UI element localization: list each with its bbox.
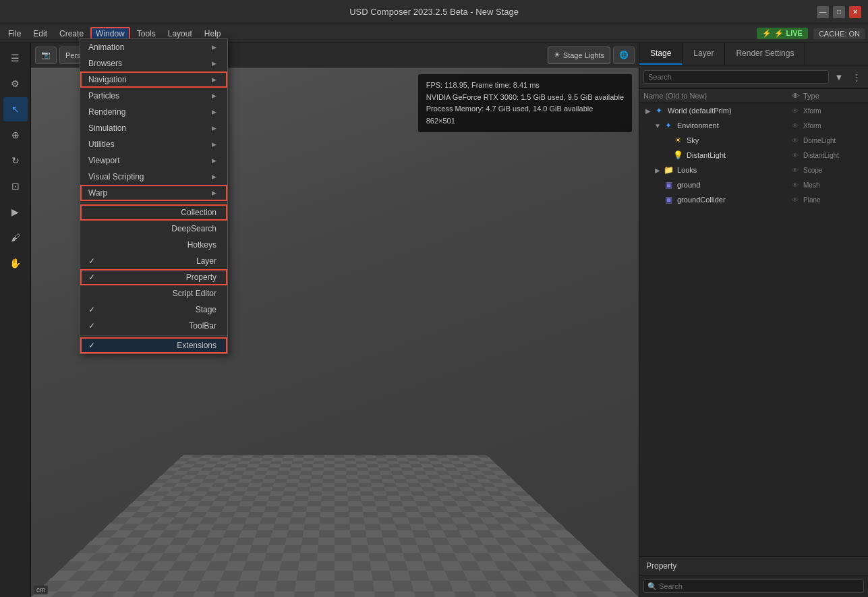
tab-layer[interactable]: Layer	[683, 43, 725, 65]
dd-deepsearch[interactable]: DeepSearch	[80, 221, 227, 237]
cache-badge: CACHE: ON	[813, 28, 865, 39]
menu-file[interactable]: File	[3, 27, 26, 40]
maximize-button[interactable]: □	[833, 6, 845, 18]
tree-item-looks[interactable]: ▶ 📁 Looks 👁 Scope	[639, 163, 868, 177]
gc-name: groundCollider	[677, 196, 787, 204]
sun-icon: ☀	[554, 51, 560, 59]
stage-options-btn[interactable]: ⋮	[849, 69, 864, 84]
fps-line3: Process Memory: 4.7 GiB used, 14.0 GiB a…	[426, 103, 624, 115]
dd-collection[interactable]: Collection	[80, 204, 227, 221]
viewport-globe-btn[interactable]: 🌐	[613, 47, 635, 64]
tab-stage[interactable]: Stage	[639, 43, 683, 65]
toolbar-play[interactable]: ▶	[3, 200, 28, 224]
dd-navigation[interactable]: Navigation	[80, 72, 227, 88]
stage-search-bar: ▼ ⋮	[639, 65, 868, 89]
right-panel: Stage Layer Render Settings ▼ ⋮ Name (Ol…	[639, 43, 868, 597]
tree-item-sky[interactable]: ☀ Sky 👁 DomeLight	[639, 133, 868, 148]
looks-arrow: ▶	[653, 167, 662, 174]
tree-col-name: Name (Old to New)	[643, 92, 787, 100]
property-search-input[interactable]	[643, 579, 864, 593]
toolbar-paint[interactable]: 🖌	[3, 225, 28, 250]
stage-search-input[interactable]	[643, 70, 829, 84]
world-arrow: ▶	[643, 107, 653, 115]
live-icon: ⚡	[762, 29, 772, 38]
dd-warp[interactable]: Warp	[80, 185, 227, 201]
dd-property[interactable]: Property	[80, 269, 227, 285]
close-button[interactable]: ✕	[849, 6, 861, 18]
tree-item-environment[interactable]: ▼ ✦ Environment 👁 Xform	[639, 118, 868, 133]
ground-type: Mesh	[803, 181, 864, 189]
dd-simulation[interactable]: Simulation	[80, 120, 227, 136]
dl-icon: 💡	[672, 149, 684, 161]
toolbar-select[interactable]: ↖	[3, 97, 28, 121]
dd-layer[interactable]: Layer	[80, 253, 227, 269]
toolbar-rotate[interactable]: ↻	[3, 148, 28, 173]
stage-tree: ▶ ✦ World (defaultPrim) 👁 Xform ▼ ✦ Envi…	[639, 103, 868, 557]
toolbar-hamburger[interactable]: ☰	[3, 46, 28, 70]
tree-col-type: Type	[803, 92, 864, 100]
dd-sep2	[80, 335, 227, 336]
menu-edit[interactable]: Edit	[28, 27, 53, 40]
toolbar-scale[interactable]: ⊡	[3, 174, 28, 198]
stage-filter-btn[interactable]: ▼	[832, 69, 846, 84]
property-search-area: 🔍	[639, 575, 868, 597]
dd-viewport[interactable]: Viewport	[80, 152, 227, 169]
toolbar-transform[interactable]: ⊕	[3, 123, 28, 147]
property-search-icon: 🔍	[647, 582, 657, 591]
sky-eye[interactable]: 👁	[787, 137, 803, 144]
dd-hotkeys[interactable]: Hotkeys	[80, 237, 227, 253]
ground-name: ground	[677, 181, 787, 189]
stage-lights-label: Stage Lights	[563, 51, 604, 59]
looks-eye[interactable]: 👁	[787, 167, 803, 174]
fps-line4: 862×501	[426, 115, 624, 127]
dl-name: DistantLight	[687, 151, 787, 159]
world-type: Xform	[803, 107, 864, 115]
tree-item-groundcollider[interactable]: ▣ groundCollider 👁 Plane	[639, 192, 868, 207]
toolbar-settings[interactable]: ⚙	[3, 72, 28, 96]
minimize-button[interactable]: —	[817, 6, 829, 18]
dl-type: DistantLight	[803, 152, 864, 159]
ground-icon: ▣	[662, 179, 674, 191]
right-panel-tabs: Stage Layer Render Settings	[639, 43, 868, 65]
dd-particles[interactable]: Particles	[80, 88, 227, 104]
gc-icon: ▣	[662, 194, 674, 206]
cm-label: cm	[34, 586, 48, 594]
world-name: World (defaultPrim)	[668, 107, 787, 115]
tree-item-distantlight[interactable]: 💡 DistantLight 👁 DistantLight	[639, 148, 868, 163]
fps-line1: FPS: 118.95, Frame time: 8.41 ms	[426, 80, 624, 92]
ground-eye[interactable]: 👁	[787, 181, 803, 189]
left-toolbar: ☰ ⚙ ↖ ⊕ ↻ ⊡ ▶ 🖌 ✋	[0, 43, 31, 597]
dd-stage[interactable]: Stage	[80, 302, 227, 318]
dd-rendering[interactable]: Rendering	[80, 104, 227, 120]
property-section: Property 🔍	[639, 557, 868, 597]
dd-browsers[interactable]: Browsers	[80, 55, 227, 72]
dd-toolbar[interactable]: ToolBar	[80, 318, 227, 334]
dl-eye[interactable]: 👁	[787, 152, 803, 159]
viewport-camera-icon[interactable]: 📷	[35, 47, 57, 64]
title-bar: USD Composer 2023.2.5 Beta - New Stage —…	[0, 0, 868, 24]
sky-type: DomeLight	[803, 137, 864, 144]
gc-eye[interactable]: 👁	[787, 196, 803, 204]
property-header: Property	[639, 557, 868, 575]
dd-utilities[interactable]: Utilities	[80, 136, 227, 152]
world-eye[interactable]: 👁	[787, 107, 803, 115]
tree-col-eye: 👁	[787, 92, 803, 100]
stage-lights-btn[interactable]: ☀ Stage Lights	[548, 47, 610, 64]
property-label: Property	[646, 561, 676, 571]
env-eye[interactable]: 👁	[787, 122, 803, 130]
env-type: Xform	[803, 122, 864, 130]
world-icon: ✦	[653, 105, 665, 117]
tab-render-settings[interactable]: Render Settings	[725, 43, 805, 65]
live-label: ⚡ LIVE	[774, 29, 803, 38]
dd-visual-scripting[interactable]: Visual Scripting	[80, 169, 227, 185]
dd-animation[interactable]: Animation	[80, 39, 227, 55]
toolbar-hand[interactable]: ✋	[3, 251, 28, 275]
looks-icon: 📁	[662, 164, 674, 176]
tree-item-world[interactable]: ▶ ✦ World (defaultPrim) 👁 Xform	[639, 103, 868, 118]
window-controls: — □ ✕	[817, 6, 861, 18]
stage-tree-header: Name (Old to New) 👁 Type	[639, 89, 868, 103]
ground-tile	[31, 455, 639, 597]
dd-extensions[interactable]: Extensions	[80, 337, 227, 353]
tree-item-ground[interactable]: ▣ ground 👁 Mesh	[639, 177, 868, 192]
dd-script-editor[interactable]: Script Editor	[80, 285, 227, 302]
